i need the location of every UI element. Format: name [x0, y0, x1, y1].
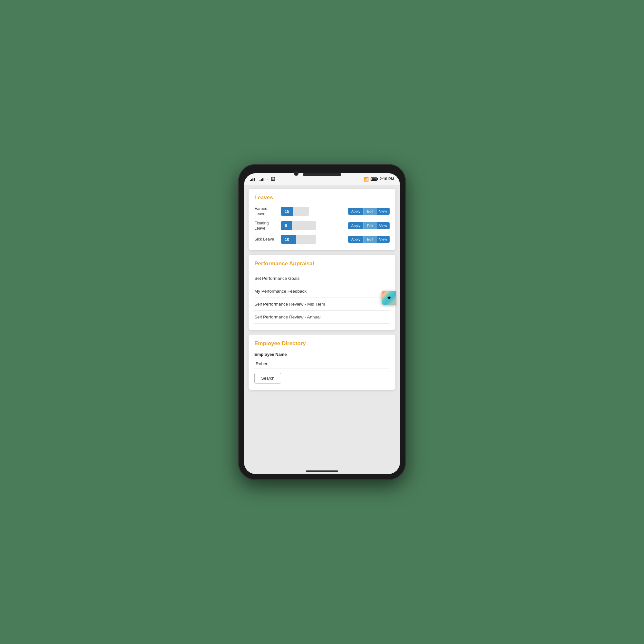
phone-camera: [294, 171, 298, 176]
fab-icon: ✦: [386, 294, 392, 302]
leave-bar-sick: 10: [281, 235, 316, 244]
employee-directory-title: Employee Directory: [254, 340, 390, 347]
status-right: 📶 2:10 PM: [364, 177, 394, 182]
view-button-earned[interactable]: View: [376, 208, 390, 215]
leave-bar-container-sick: 10: [281, 235, 345, 244]
employee-name-input[interactable]: [254, 359, 390, 368]
search-button[interactable]: Search: [254, 373, 281, 384]
wifi-icon: 📶: [364, 177, 369, 182]
leave-row-earned: Earned Leave 15 Apply Edit View: [254, 206, 390, 217]
leave-bar-empty-floating: [292, 221, 316, 230]
signal-icon-2: [260, 177, 264, 181]
edit-button-earned[interactable]: Edit: [364, 208, 376, 215]
leave-actions-floating: Apply Edit View: [348, 222, 390, 229]
image-icon: 🖼: [271, 177, 275, 182]
apply-button-earned[interactable]: Apply: [348, 208, 364, 215]
status-left: . ₂ 🖼: [250, 177, 275, 182]
view-button-floating[interactable]: View: [376, 222, 390, 229]
leave-bar-container-floating: 6: [281, 221, 345, 230]
leave-row-floating: Floating Leave 6 Apply Edit View: [254, 221, 390, 231]
perf-item-annual[interactable]: Self Performance Review - Annual: [254, 311, 390, 324]
view-button-sick[interactable]: View: [376, 236, 390, 243]
side-fab-button[interactable]: ✦: [382, 291, 396, 305]
leave-actions-earned: Apply Edit View: [348, 208, 390, 215]
perf-item-goals[interactable]: Set Performance Goals: [254, 272, 390, 285]
apply-button-sick[interactable]: Apply: [348, 236, 364, 243]
leave-bar-empty-sick: [296, 235, 316, 244]
leave-bar-filled-sick: 10: [281, 235, 296, 244]
edit-button-sick[interactable]: Edit: [364, 236, 376, 243]
leave-label-sick: Sick Leave: [254, 237, 278, 242]
employee-directory-card: Employee Directory Employee Name Search: [249, 335, 395, 390]
perf-item-midterm[interactable]: Self Performance Review - Mid Term: [254, 298, 390, 311]
leave-bar-container-earned: 15: [281, 207, 345, 216]
phone-home-bar: [306, 470, 338, 472]
phone-speaker: [303, 173, 341, 176]
leave-bar-earned: 15: [281, 207, 309, 216]
perf-item-feedback[interactable]: My Performance Feedback: [254, 285, 390, 298]
signal-separator: .: [257, 177, 258, 181]
signal-icon-1: [250, 177, 255, 181]
leave-actions-sick: Apply Edit View: [348, 236, 390, 243]
leave-bar-empty-earned: [293, 207, 309, 216]
leave-bar-floating: 6: [281, 221, 316, 230]
edit-button-floating[interactable]: Edit: [364, 222, 376, 229]
scroll-content[interactable]: Leaves Earned Leave 15 Apply Edit View: [244, 185, 400, 474]
leave-label-floating: Floating Leave: [254, 221, 278, 231]
phone-device: . ₂ 🖼 📶 2:10 PM Leaves: [238, 164, 406, 480]
leaves-card: Leaves Earned Leave 15 Apply Edit View: [249, 189, 395, 250]
leave-bar-filled-floating: 6: [281, 221, 292, 230]
apply-button-floating[interactable]: Apply: [348, 222, 364, 229]
phone-screen: . ₂ 🖼 📶 2:10 PM Leaves: [244, 173, 400, 474]
subscript-2: ₂: [267, 177, 268, 181]
employee-name-label: Employee Name: [254, 352, 390, 357]
time-display: 2:10 PM: [380, 177, 394, 181]
battery-icon: [371, 177, 377, 181]
leaves-title: Leaves: [254, 194, 390, 201]
leave-bar-filled-earned: 15: [281, 207, 293, 216]
performance-appraisal-title: Performance Appraisal: [254, 260, 390, 267]
leave-label-earned: Earned Leave: [254, 206, 278, 217]
leave-row-sick: Sick Leave 10 Apply Edit View: [254, 235, 390, 244]
performance-appraisal-card: Performance Appraisal Set Performance Go…: [249, 255, 395, 330]
